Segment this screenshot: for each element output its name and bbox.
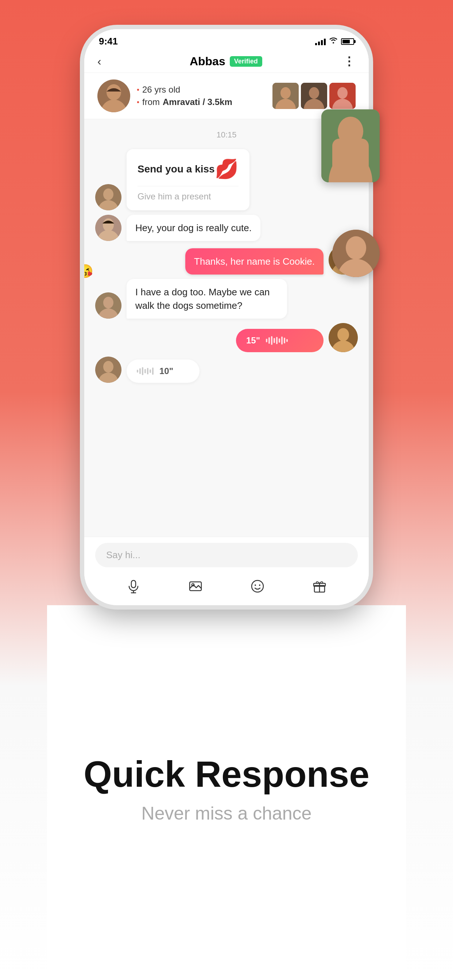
battery-icon	[341, 38, 354, 45]
sender-avatar-3	[95, 293, 121, 319]
svg-point-44	[259, 584, 260, 586]
profile-location: from Amravati / 3.5km	[137, 97, 273, 107]
floating-photo-girl-2	[332, 230, 380, 277]
main-title: Quick Response	[83, 754, 370, 794]
input-actions	[95, 573, 358, 600]
voice-duration-recv: 10"	[160, 366, 173, 376]
kiss-divider	[137, 186, 239, 186]
message-row-walk: I have a dog too. Maybe we can walk the …	[84, 277, 369, 321]
kiss-card: Send you a kiss 💋 Give him a present	[126, 149, 249, 210]
svg-rect-3	[332, 138, 369, 182]
sender-avatar-girl-2	[329, 323, 358, 352]
svg-point-43	[255, 584, 256, 586]
profile-photos	[273, 83, 356, 109]
back-button[interactable]: ‹	[97, 55, 101, 68]
sender-avatar-2	[95, 215, 121, 241]
message-row-cookie: Thanks, her name is Cookie. 😘	[84, 243, 369, 277]
message-row-dog: Hey, your dog is really cute.	[84, 213, 369, 243]
status-icons	[315, 38, 354, 45]
kiss-card-top: Send you a kiss 💋	[137, 158, 239, 180]
svg-rect-37	[131, 581, 136, 588]
voice-bubble-recv: 10"	[126, 360, 199, 383]
kiss-text: Send you a kiss	[137, 163, 215, 175]
svg-point-29	[103, 297, 113, 309]
header-center: Abbas Verified	[109, 55, 343, 68]
profile-thumb-2[interactable]	[301, 83, 327, 109]
verified-badge: Verified	[230, 56, 262, 67]
sender-avatar-1	[95, 184, 121, 210]
bubble-cookie: Thanks, her name is Cookie. 😘	[185, 248, 324, 275]
blowing-kiss-emoji: 😘	[84, 262, 93, 280]
svg-point-5	[346, 236, 366, 259]
sub-title: Never miss a chance	[142, 803, 312, 824]
emoji-button[interactable]	[247, 576, 268, 597]
sender-avatar-4	[95, 356, 121, 383]
svg-point-17	[337, 87, 348, 99]
svg-point-11	[281, 87, 291, 99]
bubble-dog: Hey, your dog is really cute.	[126, 215, 260, 241]
kiss-emoji: 💋	[215, 158, 239, 180]
wifi-icon	[329, 38, 337, 45]
chat-header: ‹ Abbas Verified ⋮	[84, 50, 369, 73]
voice-bubble-sent: 15"	[236, 329, 324, 352]
more-button[interactable]: ⋮	[343, 54, 356, 68]
input-area: Say hi...	[84, 537, 369, 605]
message-input[interactable]: Say hi...	[95, 543, 358, 567]
bubble-walk: I have a dog too. Maybe we can walk the …	[126, 279, 287, 319]
signal-icon	[315, 38, 326, 45]
svg-point-20	[103, 188, 113, 200]
phone-wrapper: 9:41 ‹ Abbas	[84, 29, 369, 605]
contact-name: Abbas	[190, 55, 225, 68]
profile-info: 26 yrs old from Amravati / 3.5km	[137, 84, 273, 107]
status-time: 9:41	[99, 36, 118, 47]
waveform-recv	[137, 366, 153, 376]
svg-point-35	[103, 361, 113, 372]
waveform-sent	[266, 336, 288, 345]
svg-point-14	[309, 87, 319, 99]
svg-point-8	[107, 84, 121, 100]
profile-avatar[interactable]	[97, 80, 130, 112]
message-row-voice-sent: 15"	[84, 321, 369, 355]
message-row-voice-recv: 10"	[84, 355, 369, 385]
status-bar: 9:41	[84, 29, 369, 50]
svg-point-32	[337, 328, 349, 341]
svg-point-23	[103, 218, 114, 232]
kiss-sub: Give him a present	[137, 191, 211, 201]
microphone-button[interactable]	[123, 576, 144, 597]
voice-duration-sent: 15"	[246, 336, 260, 345]
profile-thumb-1[interactable]	[273, 83, 299, 109]
image-button[interactable]	[185, 576, 206, 597]
profile-thumb-3[interactable]	[329, 83, 356, 109]
floating-photo-girl	[321, 110, 380, 182]
profile-age: 26 yrs old	[137, 84, 273, 95]
bottom-section: Quick Response Never miss a chance	[47, 605, 406, 980]
gift-button[interactable]	[309, 576, 330, 597]
svg-point-42	[252, 581, 263, 592]
